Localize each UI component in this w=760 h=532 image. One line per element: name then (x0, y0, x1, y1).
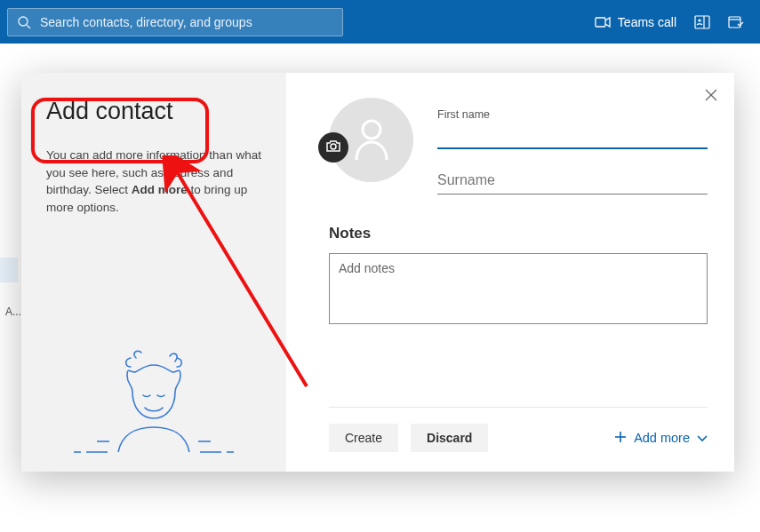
app-header: Teams call (0, 0, 760, 44)
teams-call-label: Teams call (618, 15, 676, 29)
search-box[interactable] (7, 8, 343, 36)
dialog-info-panel: Add contact You can add more information… (21, 73, 286, 472)
add-contact-dialog: Add contact You can add more information… (21, 73, 734, 472)
search-input[interactable] (40, 15, 333, 29)
video-icon (595, 16, 611, 28)
svg-rect-3 (695, 16, 709, 28)
dialog-action-row: Create Discard Add more (329, 407, 708, 452)
calendar-check-icon (728, 15, 744, 29)
name-fields: First name (437, 108, 708, 214)
person-icon (351, 115, 392, 165)
notes-label: Notes (329, 225, 708, 242)
add-more-button[interactable]: Add more (614, 431, 708, 446)
camera-icon (325, 139, 341, 156)
svg-point-0 (19, 17, 28, 26)
teams-call-button[interactable]: Teams call (586, 10, 685, 35)
close-button[interactable] (699, 83, 724, 108)
calendar-todo-button[interactable] (719, 10, 753, 35)
first-name-label: First name (437, 108, 708, 121)
first-name-input[interactable] (437, 123, 708, 149)
dialog-desc-bold: Add more (132, 183, 188, 196)
create-button[interactable]: Create (329, 424, 398, 452)
dialog-title: Add contact (46, 98, 173, 125)
add-photo-button[interactable] (318, 132, 348, 163)
avatar-container (329, 98, 413, 182)
surname-input[interactable] (437, 169, 708, 195)
close-icon (705, 89, 717, 104)
add-more-label: Add more (634, 431, 690, 445)
svg-point-17 (331, 144, 336, 149)
dialog-description: You can add more information than what y… (46, 147, 263, 216)
svg-rect-2 (596, 18, 605, 27)
chevron-down-icon (697, 431, 708, 445)
svg-point-16 (363, 121, 380, 139)
search-icon (17, 15, 31, 29)
people-pane-button[interactable] (685, 10, 719, 35)
dialog-form-panel: First name Notes Create Discard Add more (286, 73, 734, 472)
notes-input[interactable] (329, 253, 708, 324)
svg-line-1 (27, 25, 30, 28)
svg-point-5 (698, 19, 700, 21)
people-pane-icon (694, 15, 710, 29)
discard-button[interactable]: Discard (411, 424, 488, 452)
svg-rect-6 (729, 17, 740, 28)
contact-illustration (21, 347, 286, 463)
plus-icon (614, 431, 627, 446)
left-nav-highlight (0, 258, 18, 282)
